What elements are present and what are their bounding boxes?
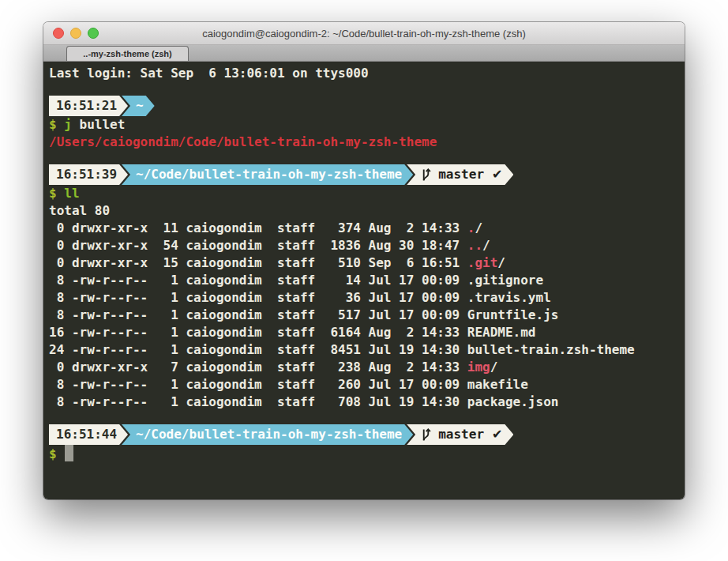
- prompt-time: 16:51:44: [56, 426, 117, 443]
- prompt-dir: ~: [136, 97, 144, 115]
- git-branch-name: master: [438, 426, 484, 443]
- ls-total-line: total 80: [49, 202, 685, 220]
- prompt-dir-segment: ~/Code/bullet-train-oh-my-zsh-theme: [122, 424, 413, 445]
- prompt-dir: ~/Code/bullet-train-oh-my-zsh-theme: [136, 426, 402, 443]
- ls-row: 16 -rw-r--r-- 1 caiogondim staff 6164 Au…: [49, 324, 685, 341]
- git-branch-icon: [421, 428, 431, 442]
- window-titlebar[interactable]: caiogondim@caiogondim-2: ~/Code/bullet-t…: [43, 22, 685, 45]
- directory-name: ..: [467, 238, 482, 253]
- prompt-git-segment: master ✔: [407, 164, 513, 185]
- terminal-window: caiogondim@caiogondim-2: ~/Code/bullet-t…: [43, 22, 685, 499]
- directory-name: img: [467, 360, 490, 375]
- zoom-button[interactable]: [88, 28, 99, 39]
- prompt-dir-segment: ~/Code/bullet-train-oh-my-zsh-theme: [122, 164, 413, 185]
- ls-row: 8 -rw-r--r-- 1 caiogondim staff 260 Jul …: [49, 376, 685, 393]
- ls-row: 0 drwxr-xr-x 7 caiogondim staff 238 Aug …: [49, 359, 685, 376]
- command-argument: bullet: [72, 117, 125, 132]
- ls-row: 8 -rw-r--r-- 1 caiogondim staff 14 Jul 1…: [49, 272, 685, 289]
- desktop: caiogondim@caiogondim-2: ~/Code/bullet-t…: [0, 0, 728, 561]
- autojump-output-path: /Users/caiogondim/Code/bullet-train-oh-m…: [49, 134, 685, 151]
- tab-label: ..-my-zsh-theme (zsh): [83, 49, 171, 58]
- ls-row: 24 -rw-r--r-- 1 caiogondim staff 8451 Ju…: [49, 341, 685, 359]
- prompt-line-2: 16:51:39 ~/Code/bullet-train-oh-my-zsh-t…: [49, 164, 685, 185]
- command-line-1: $ j bullet: [49, 116, 685, 134]
- command-text: j: [57, 117, 72, 132]
- prompt-line-1: 16:51:21 ~: [49, 96, 685, 116]
- ls-row: 0 drwxr-xr-x 54 caiogondim staff 1836 Au…: [49, 237, 685, 254]
- git-clean-check-icon: ✔: [492, 166, 502, 183]
- tab-bar: ..-my-zsh-theme (zsh): [43, 45, 685, 62]
- prompt-char: $: [49, 186, 57, 201]
- prompt-char: $: [49, 117, 57, 132]
- command-text: ll: [57, 186, 80, 201]
- git-clean-check-icon: ✔: [492, 426, 502, 443]
- prompt-time: 16:51:21: [56, 97, 117, 115]
- ls-row: 8 -rw-r--r-- 1 caiogondim staff 36 Jul 1…: [49, 289, 685, 307]
- ls-row: 0 drwxr-xr-x 15 caiogondim staff 510 Sep…: [49, 254, 685, 272]
- command-line-2: $ ll: [49, 185, 685, 202]
- prompt-time-segment: 16:51:44: [49, 424, 128, 445]
- prompt-char: $: [49, 446, 57, 461]
- ls-row: 8 -rw-r--r-- 1 caiogondim staff 708 Jul …: [49, 393, 685, 411]
- directory-name: .: [467, 220, 475, 235]
- current-command-line[interactable]: $: [49, 445, 685, 462]
- prompt-time: 16:51:39: [56, 166, 117, 183]
- prompt-line-3: 16:51:44 ~/Code/bullet-train-oh-my-zsh-t…: [49, 424, 685, 445]
- close-button[interactable]: [53, 28, 64, 39]
- terminal-content[interactable]: Last login: Sat Sep 6 13:06:01 on ttys00…: [43, 62, 685, 499]
- minimize-button[interactable]: [70, 28, 81, 39]
- prompt-git-segment: master ✔: [407, 424, 513, 445]
- prompt-time-segment: 16:51:39: [49, 164, 128, 185]
- tab-zsh[interactable]: ..-my-zsh-theme (zsh): [66, 46, 189, 61]
- terminal-cursor: [65, 445, 73, 461]
- last-login-line: Last login: Sat Sep 6 13:06:01 on ttys00…: [49, 65, 685, 82]
- window-title: caiogondim@caiogondim-2: ~/Code/bullet-t…: [202, 28, 526, 40]
- git-branch-name: master: [438, 166, 484, 183]
- git-branch-icon: [421, 168, 431, 182]
- traffic-lights: [53, 22, 99, 44]
- directory-name: .git: [467, 255, 498, 270]
- prompt-time-segment: 16:51:21: [49, 96, 128, 116]
- prompt-dir: ~/Code/bullet-train-oh-my-zsh-theme: [136, 166, 402, 183]
- ls-row: 0 drwxr-xr-x 11 caiogondim staff 374 Aug…: [49, 220, 685, 237]
- ls-row: 8 -rw-r--r-- 1 caiogondim staff 517 Jul …: [49, 307, 685, 324]
